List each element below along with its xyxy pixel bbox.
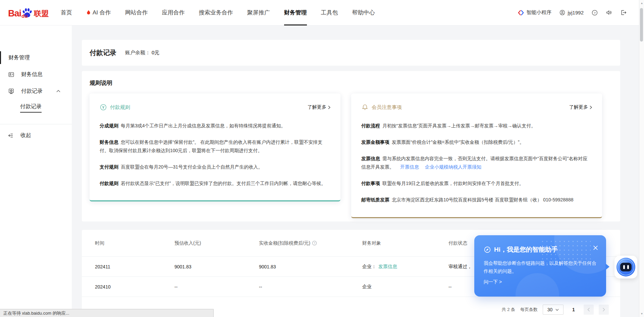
vertical-scrollbar[interactable]: ▲ ▼ xyxy=(639,0,644,317)
yuan-circle-icon xyxy=(100,104,107,111)
nav-right: 智能小程序 jyj1992 ? xyxy=(518,9,644,16)
member-notice-title: 会员注意事项 xyxy=(372,104,402,111)
scroll-up-arrow[interactable]: ▲ xyxy=(639,2,644,5)
collapse-icon xyxy=(7,132,14,139)
page-size-label: 每页条数 xyxy=(520,307,538,313)
rule-paragraph: 分成规则每月第3或4个工作日产出上月分成信息及发票信息，如有特殊情况将提前通知。 xyxy=(100,122,330,130)
col-estimated-income: 预估收入(元) xyxy=(174,240,259,246)
page-header-card: 付款记录 账户余额：0元 xyxy=(82,40,620,66)
chevron-right-icon xyxy=(590,106,592,109)
top-nav: Bai du 联盟 首页 AI 合作 网站合作 应用合作 搜索 xyxy=(0,0,644,25)
cell-target: 企业：发票信息 xyxy=(362,264,448,270)
primary-nav: 首页 AI 合作 网站合作 应用合作 搜索业务合作 聚屏推广 财务管理 工具包 … xyxy=(61,0,375,25)
cell-target: 企业 xyxy=(362,284,448,290)
assistant-robot-button[interactable] xyxy=(614,256,637,278)
compass-icon xyxy=(484,246,491,253)
rule-paragraph: 付款规则若付款状态显示“已支付”，说明联盟已安排了您的付款。支付后三个工作日内到… xyxy=(100,179,330,188)
rule-paragraph: 发票金额事项发票票面“价税合计”金额=系统中“实收金额（扣除税费后/元）”。 xyxy=(361,138,592,146)
browser-status-bubble: 正在等待 xlab.baidu.com 的响应... xyxy=(0,309,214,317)
sidebar-subitem-payment-records[interactable]: 付款记录 xyxy=(0,100,72,116)
sidebar: 财务管理 财务信息 付款记录 付款记录 收起 xyxy=(0,25,72,317)
robot-eye xyxy=(623,265,625,269)
robot-avatar xyxy=(616,258,635,276)
rule-paragraph: 邮寄纸质发票北京市海淀区西北旺东路10号院百度科技园5号楼 百度联盟财务组（收）… xyxy=(361,196,592,204)
col-finance-target: 财务对象 xyxy=(362,240,448,246)
cell-time: 202410 xyxy=(95,284,174,290)
active-section-indicator xyxy=(0,51,1,64)
id-card-icon xyxy=(8,71,14,78)
rule-paragraph: 付款流程月初按“发票信息”页面开具发票→上传发票→邮寄发票→审核→确认支付。 xyxy=(361,122,592,130)
question-circle-icon[interactable]: ? xyxy=(312,241,317,246)
page-title: 付款记录 xyxy=(90,48,116,57)
sidebar-item-payment-records[interactable]: 付款记录 xyxy=(0,83,72,100)
next-page-button[interactable] xyxy=(599,305,609,315)
help-icon[interactable]: ? xyxy=(592,10,598,16)
payment-rules-more-link[interactable]: 了解更多 xyxy=(308,104,330,110)
member-notice-card: 会员注意事项 了解更多 付款流程月初按“发票信息”页面开具发票→上传发票→邮寄发… xyxy=(351,93,602,218)
invoice-info-link[interactable]: 开票信息 xyxy=(400,164,419,170)
invoice-detail-link[interactable]: 发票信息 xyxy=(378,264,397,269)
nav-item-toolkit[interactable]: 工具包 xyxy=(321,0,338,25)
cell-actual: -- xyxy=(259,284,362,290)
sidebar-divider xyxy=(0,124,72,124)
sidebar-item-finance-info[interactable]: 财务信息 xyxy=(0,66,72,83)
rules-heading: 规则说明 xyxy=(90,79,620,87)
nav-item-home[interactable]: 首页 xyxy=(61,0,72,25)
scroll-down-arrow[interactable]: ▼ xyxy=(639,312,644,315)
chevron-down-icon xyxy=(555,309,559,311)
sound-icon[interactable] xyxy=(606,9,612,16)
prev-page-button[interactable] xyxy=(584,305,594,315)
scrollbar-thumb[interactable] xyxy=(640,8,643,42)
sidebar-collapse-button[interactable]: 收起 xyxy=(0,127,72,144)
payment-rules-card: 付款规则 了解更多 分成规则每月第3或4个工作日产出上月分成信息及发票信息，如有… xyxy=(90,93,340,201)
pagination: 共 2 条 每页条数 30 1 xyxy=(502,304,609,315)
page-number-current[interactable]: 1 xyxy=(569,305,579,315)
baidu-union-logo[interactable]: Bai du 联盟 xyxy=(8,7,49,19)
nav-item-search-business[interactable]: 搜索业务合作 xyxy=(199,0,233,25)
miniapp-diamond-icon xyxy=(518,10,524,16)
logo-text-du: du xyxy=(21,13,28,19)
account-balance: 账户余额：0元 xyxy=(125,50,159,56)
assistant-ask-link[interactable]: 问一下 > xyxy=(484,279,597,285)
small-taxpayer-guide-link[interactable]: 企业小规模纳税人开票须知 xyxy=(425,164,481,170)
col-actual-amount: 实收金额(扣除税费后/元) ? xyxy=(259,240,362,246)
col-time: 时间 xyxy=(95,240,174,246)
assistant-popup-arrow xyxy=(605,263,613,270)
logo-text-bai: Bai xyxy=(8,8,21,19)
cell-estimated: 9001.83 xyxy=(174,264,259,269)
nav-item-help[interactable]: 帮助中心 xyxy=(352,0,375,25)
payment-rules-title: 付款规则 xyxy=(110,104,130,111)
miniapp-entry[interactable]: 智能小程序 xyxy=(518,9,551,16)
user-account[interactable]: jyj1992 xyxy=(559,10,584,15)
user-icon xyxy=(559,10,565,15)
balance-value: 0元 xyxy=(152,50,159,55)
rules-section: 规则说明 付款规则 了解更多 xyxy=(82,71,620,221)
member-notice-more-link[interactable]: 了解更多 xyxy=(569,104,592,110)
page-size-select[interactable]: 30 xyxy=(543,305,564,315)
cell-actual: 9001.83 xyxy=(259,264,362,269)
assistant-message: 我会帮助您诊断合作链路问题，以及解答您关于任何合作相关的问题。 xyxy=(484,259,596,275)
rule-paragraph: 付款事项联盟在每月19日之后签收的发票，付款时间安排在下个月首批支付。 xyxy=(361,179,592,188)
total-count: 共 2 条 xyxy=(502,307,515,313)
badge-icon xyxy=(8,88,14,94)
robot-face xyxy=(620,263,632,271)
sidebar-section-finance[interactable]: 财务管理 xyxy=(0,49,72,66)
nav-item-ai[interactable]: AI 合作 xyxy=(86,0,111,25)
flame-icon xyxy=(86,10,91,15)
logout-icon[interactable] xyxy=(620,9,627,16)
nav-item-app[interactable]: 应用合作 xyxy=(162,0,185,25)
svg-text:?: ? xyxy=(594,11,596,14)
rule-paragraph: 支付规则百度联盟会在每月20号—31号支付企业会员上个自然月产生的收入。 xyxy=(100,163,330,171)
rule-paragraph: 发票信息需与系统内发票信息内容完全一致，否则无法支付。请根据发票信息页面中“百度… xyxy=(361,154,592,171)
assistant-popup: Hi，我是您的智能助手 我会帮助您诊断合作链路问题，以及解答您关于任何合作相关的… xyxy=(474,235,606,297)
close-icon[interactable] xyxy=(593,245,598,250)
robot-eye xyxy=(627,265,629,269)
logo-text-union: 联盟 xyxy=(34,9,49,19)
rule-paragraph: 财务信息您可以在财务信息中选择“保留付款”。 在此期间您产生的收入将在账户内进行… xyxy=(100,138,330,155)
svg-text:?: ? xyxy=(314,242,315,245)
nav-item-website[interactable]: 网站合作 xyxy=(125,0,148,25)
chevron-right-icon xyxy=(328,106,330,109)
cell-estimated: -- xyxy=(174,284,259,290)
nav-item-finance[interactable]: 财务管理 xyxy=(284,0,307,25)
nav-item-juping[interactable]: 聚屏推广 xyxy=(247,0,270,25)
